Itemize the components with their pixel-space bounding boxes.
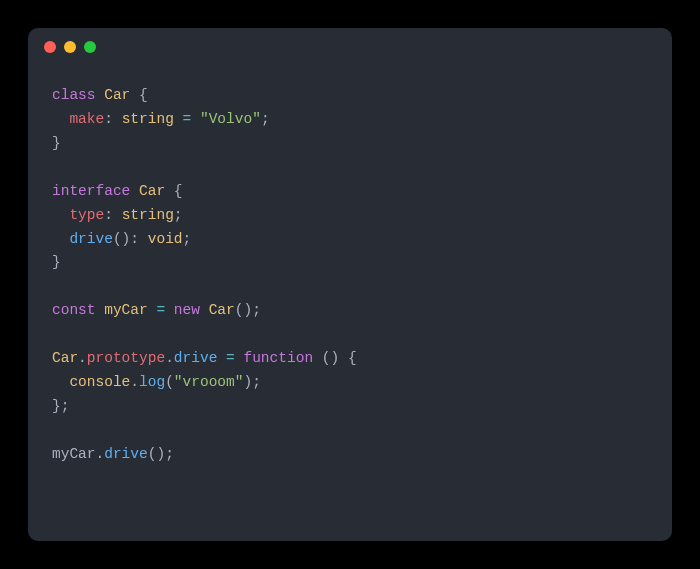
minimize-icon[interactable] [64,41,76,53]
code-editor: class Car { make: string = "Volvo"; } in… [28,66,672,485]
close-icon[interactable] [44,41,56,53]
code-line: class Car { [52,87,148,103]
code-line: type: string; [52,207,183,223]
window-titlebar [28,28,672,66]
code-line: }; [52,398,69,414]
code-line: const myCar = new Car(); [52,302,261,318]
code-line: } [52,135,61,151]
code-line: interface Car { [52,183,183,199]
code-line: console.log("vrooom"); [52,374,261,390]
code-line: } [52,254,61,270]
maximize-icon[interactable] [84,41,96,53]
code-line: make: string = "Volvo"; [52,111,270,127]
code-line: myCar.drive(); [52,446,174,462]
code-line: drive(): void; [52,231,191,247]
code-line: Car.prototype.drive = function () { [52,350,357,366]
code-window: class Car { make: string = "Volvo"; } in… [28,28,672,541]
